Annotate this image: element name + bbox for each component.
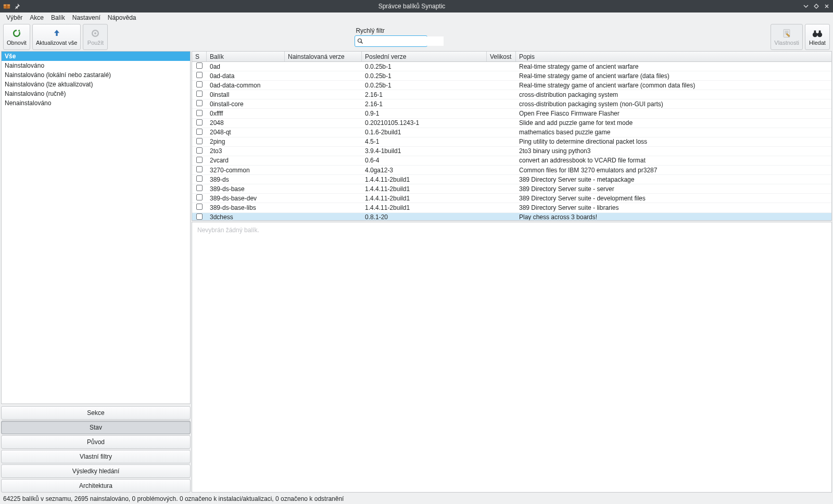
package-name: 0ad-data-common: [207, 82, 285, 89]
col-description[interactable]: Popis: [516, 52, 831, 61]
upgrade-all-button[interactable]: Aktualizovat vše: [32, 24, 81, 50]
package-checkbox[interactable]: [196, 129, 203, 135]
menu-výběr[interactable]: Výběr: [3, 13, 26, 22]
description: Real-time strategy game of ancient warfa…: [516, 63, 831, 70]
maximize-icon[interactable]: [813, 3, 819, 9]
status-cell[interactable]: [192, 110, 207, 118]
table-row[interactable]: 389-ds-base-libs1.4.4.11-2build1389 Dire…: [192, 203, 831, 212]
menu-akce[interactable]: Akce: [27, 13, 47, 22]
table-row[interactable]: 0xffff0.9-1Open Free Fiasco Firmware Fla…: [192, 109, 831, 118]
package-checkbox[interactable]: [196, 100, 203, 106]
view-button[interactable]: Stav: [1, 421, 191, 434]
col-latest-version[interactable]: Poslední verze: [362, 52, 487, 61]
view-button[interactable]: Vlastní filtry: [1, 450, 191, 463]
latest-version: 4.5-1: [362, 138, 487, 145]
table-row[interactable]: 0ad0.0.25b-1Real-time strategy game of a…: [192, 62, 831, 71]
view-button[interactable]: Architektura: [1, 479, 191, 493]
view-button[interactable]: Sekce: [1, 406, 191, 420]
table-row[interactable]: 0ad-data0.0.25b-1Real-time strategy game…: [192, 71, 831, 81]
status-cell[interactable]: [192, 91, 207, 98]
col-status[interactable]: S: [192, 52, 207, 61]
table-row[interactable]: 3dchess0.8.1-20Play chess across 3 board…: [192, 213, 831, 221]
col-installed-version[interactable]: Nainstalovaná verze: [285, 52, 362, 61]
status-cell[interactable]: [192, 138, 207, 146]
status-cell[interactable]: [192, 81, 207, 89]
table-row[interactable]: 2vcard0.6-4convert an addressbook to VCA…: [192, 156, 831, 166]
reload-button[interactable]: Obnovit: [3, 24, 30, 50]
package-checkbox[interactable]: [196, 81, 203, 87]
latest-version: 2.16-1: [362, 100, 487, 108]
category-item[interactable]: Nenainstalováno: [2, 98, 190, 108]
description: 389 Directory Server suite - libraries: [516, 204, 831, 211]
table-row[interactable]: 2to33.9.4-1build12to3 binary using pytho…: [192, 147, 831, 156]
latest-version: 0.0.25b-1: [362, 72, 487, 80]
quick-filter-box[interactable]: [355, 35, 427, 47]
category-item[interactable]: Nainstalováno (lze aktualizovat): [2, 80, 190, 89]
status-cell[interactable]: [192, 147, 207, 155]
package-checkbox[interactable]: [196, 194, 203, 200]
table-row[interactable]: 0ad-data-common0.0.25b-1Real-time strate…: [192, 81, 831, 90]
search-button[interactable]: Hledat: [805, 24, 830, 50]
status-cell[interactable]: [192, 175, 207, 183]
window-titlebar: Správce balíků Synaptic: [0, 0, 833, 12]
table-row[interactable]: 389-ds-base1.4.4.11-2build1389 Directory…: [192, 184, 831, 194]
package-name: 0ad: [207, 63, 285, 70]
table-row[interactable]: 389-ds-base-dev1.4.4.11-2build1389 Direc…: [192, 194, 831, 203]
menu-balík[interactable]: Balík: [48, 13, 68, 22]
col-size[interactable]: Velikost: [487, 52, 516, 61]
status-cell[interactable]: [192, 194, 207, 202]
col-package[interactable]: Balík: [207, 52, 285, 61]
latest-version: 0.9-1: [362, 110, 487, 117]
status-cell[interactable]: [192, 204, 207, 211]
table-row[interactable]: 3270-common4.0ga12-3Common files for IBM…: [192, 166, 831, 175]
pin-icon[interactable]: [14, 3, 21, 10]
category-list[interactable]: VšeNainstalovánoNainstalováno (lokální n…: [1, 51, 191, 404]
category-item[interactable]: Nainstalováno (lokální nebo zastaralé): [2, 70, 190, 80]
status-cell[interactable]: [192, 166, 207, 174]
package-checkbox[interactable]: [196, 166, 203, 172]
status-cell[interactable]: [192, 62, 207, 70]
minimize-icon[interactable]: [803, 3, 809, 9]
package-checkbox[interactable]: [196, 110, 203, 116]
package-checkbox[interactable]: [196, 175, 203, 182]
table-row[interactable]: 389-ds1.4.4.11-2build1389 Directory Serv…: [192, 175, 831, 184]
package-table[interactable]: S Balík Nainstalovaná verze Poslední ver…: [192, 51, 832, 221]
menu-nastavení[interactable]: Nastavení: [69, 13, 104, 22]
reload-label: Obnovit: [7, 39, 27, 46]
package-checkbox[interactable]: [196, 62, 203, 69]
table-row[interactable]: 2ping4.5-1Ping utility to determine dire…: [192, 137, 831, 147]
status-cell[interactable]: [192, 100, 207, 108]
package-checkbox[interactable]: [196, 147, 203, 154]
package-checkbox[interactable]: [196, 185, 203, 191]
view-button[interactable]: Výsledky hledání: [1, 464, 191, 478]
status-cell[interactable]: [192, 72, 207, 80]
table-row[interactable]: 0install2.16-1cross-distribution packagi…: [192, 90, 831, 99]
menu-nápověda[interactable]: Nápověda: [105, 13, 140, 22]
table-body[interactable]: 0ad0.0.25b-1Real-time strategy game of a…: [192, 62, 831, 221]
package-checkbox[interactable]: [196, 72, 203, 78]
statusbar-text: 64225 balíků v seznamu, 2695 nainstalová…: [3, 495, 344, 502]
table-row[interactable]: 2048-qt0.1.6-2build1mathematics based pu…: [192, 128, 831, 137]
package-checkbox[interactable]: [196, 138, 203, 144]
package-name: 389-ds-base-dev: [207, 195, 285, 202]
close-icon[interactable]: [824, 3, 830, 9]
category-item[interactable]: Nainstalováno (ručně): [2, 89, 190, 98]
quick-filter-input[interactable]: [363, 36, 444, 46]
view-button[interactable]: Původ: [1, 435, 191, 449]
quick-filter-label: Rychlý filtr: [355, 27, 384, 34]
package-checkbox[interactable]: [196, 91, 203, 97]
category-item[interactable]: Nainstalováno: [2, 61, 190, 70]
latest-version: 2.16-1: [362, 91, 487, 98]
table-row[interactable]: 0install-core2.16-1cross-distribution pa…: [192, 99, 831, 109]
category-item[interactable]: Vše: [2, 52, 190, 61]
status-cell[interactable]: [192, 157, 207, 165]
status-cell[interactable]: [192, 213, 207, 221]
package-checkbox[interactable]: [196, 157, 203, 163]
package-checkbox[interactable]: [196, 119, 203, 125]
status-cell[interactable]: [192, 185, 207, 193]
status-cell[interactable]: [192, 119, 207, 127]
package-checkbox[interactable]: [196, 204, 203, 210]
table-row[interactable]: 20480.20210105.1243-1Slide and add puzzl…: [192, 119, 831, 128]
status-cell[interactable]: [192, 129, 207, 136]
package-checkbox[interactable]: [196, 213, 203, 220]
